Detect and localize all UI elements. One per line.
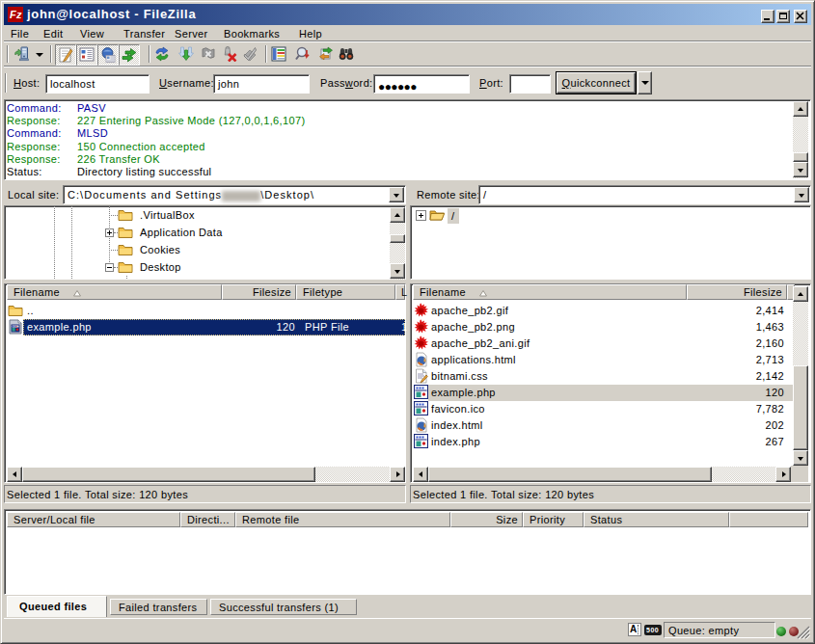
svg-text:Fz: Fz [10,9,22,20]
